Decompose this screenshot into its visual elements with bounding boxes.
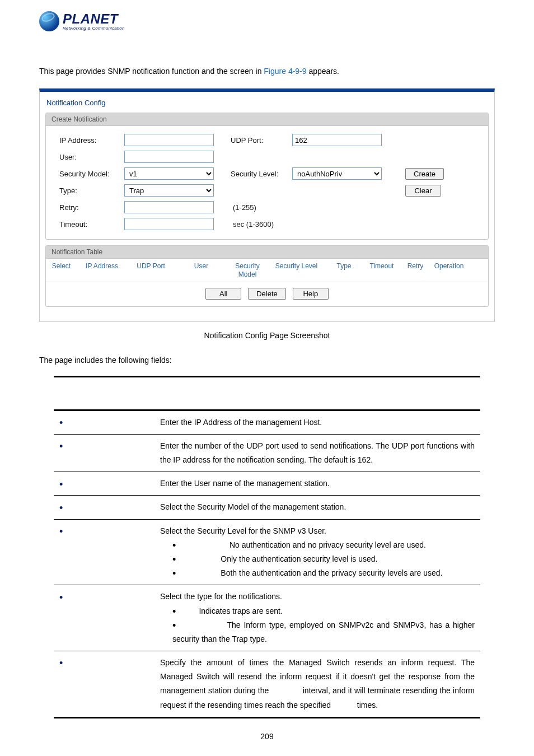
security-model-label: Security Model: [46,170,124,178]
row-object: • [54,496,154,519]
col-udp-port: UDP Port [127,262,175,278]
row-desc: Select the type for the notifications. •… [154,585,480,651]
row-desc: Enter the IP Address of the management H… [154,410,480,434]
fields-intro: The page includes the following fields: [0,340,534,370]
table-row: • Enter the User name of the management … [54,472,480,496]
table-row: • Select the Security Level for the SNMP… [54,519,480,585]
table-row: • Specify the amount of times the Manage… [54,651,480,718]
ip-address-label: IP Address: [46,136,124,144]
clear-button[interactable]: Clear [405,185,441,197]
screenshot-caption: Notification Config Page Screenshot [0,322,534,340]
create-button[interactable]: Create [405,168,444,180]
notification-table-header: Notification Table [46,246,488,259]
retry-hint: (1-255) [231,203,256,212]
logo-text: PLANET [63,12,125,26]
create-notification-panel: Create Notification IP Address: UDP Port… [45,113,489,240]
row-desc: Select the Security Model of the managem… [154,496,480,519]
row-object: • [54,410,154,434]
page-number: 209 [0,718,534,741]
field-description-table: • Enter the IP Address of the management… [54,376,480,718]
udp-port-input[interactable] [292,134,382,146]
create-notification-header: Create Notification [46,113,488,126]
brand-logo: PLANET Networking & Communication [0,0,534,31]
col-select: Select [46,262,77,278]
figure-reference: Figure 4-9-9 [264,67,306,76]
logo-tagline: Networking & Communication [63,26,125,31]
table-row: • Enter the number of the UDP port used … [54,434,480,472]
col-user: User [175,262,228,278]
delete-button[interactable]: Delete [248,288,286,300]
col-security-level: Security Level [267,262,326,278]
retry-label: Retry: [46,203,124,212]
col-operation: Operation [429,262,469,278]
col-security-model: SecurityModel [228,262,267,278]
row-desc: Select the Security Level for the SNMP v… [154,519,480,585]
retry-input[interactable] [124,201,214,213]
type-select[interactable]: Trap [124,184,214,197]
row-desc: Enter the number of the UDP port used to… [154,434,480,472]
timeout-hint: sec (1-3600) [231,220,274,228]
all-button[interactable]: All [205,288,241,300]
user-label: User: [46,153,124,161]
logo-globe-icon [39,11,59,31]
table-row: • Select the type for the notifications.… [54,585,480,651]
intro-text: This page provides SNMP notification fun… [0,31,534,88]
row-object: • [54,434,154,472]
row-desc: Specify the amount of times the Managed … [154,651,480,718]
type-label: Type: [46,186,124,195]
row-object: • [54,472,154,496]
row-desc: Enter the User name of the management st… [154,472,480,496]
notification-table-panel: Notification Table Select IP Address UDP… [45,245,489,307]
table-row: • Select the Security Model of the manag… [54,496,480,519]
timeout-input[interactable] [124,218,214,230]
col-retry: Retry [401,262,429,278]
table-row: • Enter the IP Address of the management… [54,410,480,434]
security-level-select[interactable]: noAuthNoPriv [292,167,382,180]
help-button[interactable]: Help [293,288,329,300]
row-object: • [54,585,154,651]
user-input[interactable] [124,151,214,163]
table-header-row: Select IP Address UDP Port User Security… [46,259,488,282]
col-timeout: Timeout [362,262,401,278]
ip-address-input[interactable] [124,134,214,146]
row-object: • [54,519,154,585]
panel-title: Notification Config [45,96,489,113]
udp-port-label: UDP Port: [231,136,292,144]
security-model-select[interactable]: v1 [124,167,214,180]
col-type: Type [326,262,362,278]
timeout-label: Timeout: [46,220,124,228]
row-object: • [54,651,154,718]
col-ip: IP Address [77,262,127,278]
notification-config-screenshot: Notification Config Create Notification … [39,88,495,322]
security-level-label: Security Level: [231,170,292,178]
